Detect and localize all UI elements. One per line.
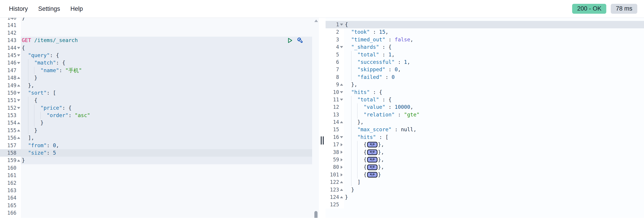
code-content[interactable]: [344, 201, 644, 208]
fold-toggle-icon[interactable]: [339, 178, 344, 186]
code-content[interactable]: },: [21, 82, 312, 89]
fold-placeholder[interactable]: [367, 149, 378, 155]
fold-toggle-icon[interactable]: [16, 104, 21, 112]
code-content[interactable]: [21, 194, 312, 201]
code-content[interactable]: [21, 164, 312, 172]
code-content[interactable]: }: [21, 74, 312, 82]
fold-placeholder[interactable]: [367, 172, 378, 177]
code-line[interactable]: 2"took" : 15,: [326, 28, 644, 36]
code-line[interactable]: 13"relation" : "gte": [326, 111, 644, 118]
code-line[interactable]: 3"timed_out" : false,: [326, 36, 644, 43]
code-content[interactable]: {: [21, 44, 312, 52]
scrollbar-track[interactable]: [314, 18, 318, 218]
code-line[interactable]: 11"total" : {: [326, 96, 644, 103]
code-content[interactable]: "query": {: [21, 52, 312, 59]
code-line[interactable]: 59{ },: [326, 156, 644, 163]
code-content[interactable]: { },: [344, 156, 644, 163]
code-content[interactable]: "sort": [: [21, 89, 312, 97]
code-content[interactable]: "match": {: [21, 59, 312, 67]
code-content[interactable]: }: [344, 186, 644, 193]
fold-toggle-icon[interactable]: [339, 81, 344, 88]
code-line[interactable]: 14},: [326, 118, 644, 126]
code-content[interactable]: "max_score" : null,: [344, 126, 644, 133]
code-line[interactable]: 163: [0, 187, 319, 194]
fold-placeholder[interactable]: [367, 157, 378, 162]
code-line[interactable]: 125: [326, 201, 644, 208]
code-line[interactable]: 156],: [0, 134, 319, 142]
code-line[interactable]: 9},: [326, 81, 644, 88]
code-content[interactable]: [21, 172, 312, 179]
fold-toggle-icon[interactable]: [16, 157, 21, 164]
fold-toggle-icon[interactable]: [339, 149, 344, 156]
code-content[interactable]: { },: [344, 149, 644, 156]
code-line[interactable]: 38{ },: [326, 149, 644, 156]
code-content[interactable]: "size": 5: [21, 149, 312, 157]
code-content[interactable]: "successful" : 1,: [344, 58, 644, 66]
fold-toggle-icon[interactable]: [16, 134, 21, 142]
fold-toggle-icon[interactable]: [16, 89, 21, 97]
code-content[interactable]: "took" : 15,: [344, 28, 644, 36]
code-line[interactable]: 10"hits" : {: [326, 89, 644, 96]
code-content[interactable]: { },: [344, 141, 644, 148]
code-line[interactable]: 6"successful" : 1,: [326, 58, 644, 66]
code-line[interactable]: 166: [0, 209, 319, 217]
code-content[interactable]: [21, 217, 312, 218]
code-content[interactable]: "from": 0,: [21, 142, 312, 149]
fold-toggle-icon[interactable]: [16, 82, 21, 89]
menu-settings[interactable]: Settings: [38, 0, 60, 18]
code-content[interactable]: "total" : 1,: [344, 51, 644, 58]
code-line[interactable]: 12"value" : 10000,: [326, 103, 644, 111]
code-line[interactable]: 141: [0, 22, 319, 29]
code-content[interactable]: }: [21, 119, 312, 127]
code-line[interactable]: 164: [0, 194, 319, 201]
fold-toggle-icon[interactable]: [16, 44, 21, 52]
play-icon[interactable]: [286, 37, 293, 44]
code-content[interactable]: "hits" : [: [344, 133, 644, 141]
code-content[interactable]: }: [344, 193, 644, 201]
code-line[interactable]: 145"query": {: [0, 52, 319, 59]
code-line[interactable]: 124}: [326, 193, 644, 201]
response-viewer[interactable]: 1{2"took" : 15,3"timed_out" : false,4"_s…: [326, 18, 644, 218]
fold-toggle-icon[interactable]: [339, 171, 344, 178]
fold-toggle-icon[interactable]: [16, 119, 21, 127]
code-content[interactable]: },: [344, 118, 644, 126]
code-line[interactable]: 4"_shards" : {: [326, 43, 644, 51]
code-line[interactable]: 1{: [326, 21, 644, 28]
code-line[interactable]: 149},: [0, 82, 319, 89]
fold-toggle-icon[interactable]: [339, 141, 344, 148]
fold-toggle-icon[interactable]: [339, 21, 344, 28]
fold-toggle-icon[interactable]: [339, 133, 344, 141]
code-content[interactable]: },: [344, 81, 644, 88]
fold-toggle-icon[interactable]: [16, 97, 21, 104]
code-line[interactable]: 80{ },: [326, 163, 644, 171]
code-line[interactable]: 157"from": 0,: [0, 142, 319, 149]
code-content[interactable]: [21, 187, 312, 194]
code-content[interactable]: "value" : 10000,: [344, 103, 644, 111]
code-content[interactable]: [21, 202, 312, 209]
scrollbar-thumb[interactable]: [314, 211, 318, 218]
code-line[interactable]: 15"max_score" : null,: [326, 126, 644, 133]
code-line[interactable]: 147"name": "手机": [0, 67, 319, 74]
code-content[interactable]: "_shards" : {: [344, 43, 644, 51]
code-line[interactable]: 17{ },: [326, 141, 644, 148]
code-content[interactable]: ],: [21, 134, 312, 142]
splitter-drag-handle-icon[interactable]: [321, 136, 324, 144]
fold-toggle-icon[interactable]: [339, 193, 344, 201]
code-line[interactable]: 160: [0, 164, 319, 172]
code-line[interactable]: 161: [0, 172, 319, 179]
code-line[interactable]: 8"failed" : 0: [326, 74, 644, 81]
fold-toggle-icon[interactable]: [339, 96, 344, 103]
code-line[interactable]: 143GET /items/_search: [0, 37, 319, 44]
code-line[interactable]: 158"size": 5: [0, 149, 319, 157]
code-content[interactable]: [21, 22, 312, 29]
code-line[interactable]: 162: [0, 179, 319, 187]
code-line[interactable]: 151{: [0, 97, 319, 104]
code-line[interactable]: 7"skipped" : 0,: [326, 66, 644, 73]
code-content[interactable]: }: [21, 127, 312, 134]
code-content[interactable]: }: [21, 18, 312, 22]
fold-toggle-icon[interactable]: [339, 118, 344, 126]
code-line[interactable]: 165: [0, 202, 319, 209]
code-line[interactable]: 16"hits" : [: [326, 133, 644, 141]
fold-toggle-icon[interactable]: [339, 43, 344, 51]
code-content[interactable]: ]: [344, 178, 644, 186]
